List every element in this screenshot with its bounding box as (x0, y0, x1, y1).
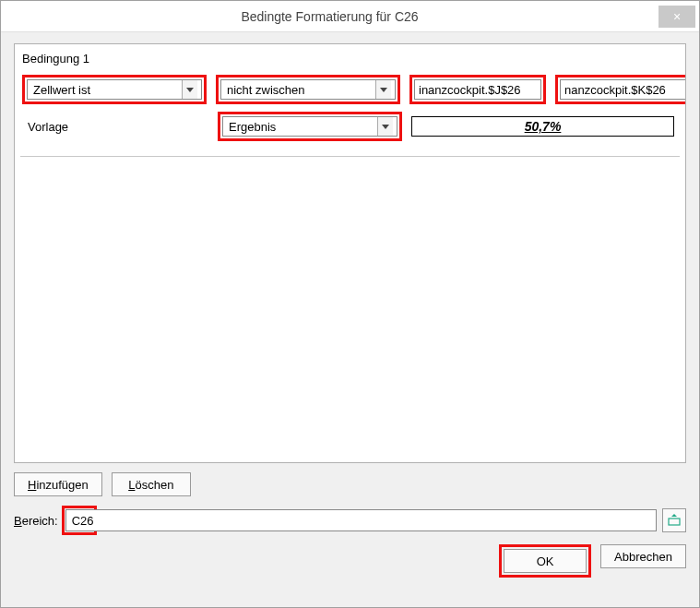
delete-label: öschen (135, 478, 173, 492)
condition-row-1: Zellwert ist nicht zwischen inanzcockpit… (20, 71, 680, 108)
ok-button[interactable]: OK (504, 549, 587, 573)
condition-ref2-input[interactable]: nanzcockpit.$K$26 (560, 79, 686, 100)
delete-button[interactable]: Löschen (112, 472, 191, 496)
condition-type-value: Zellwert ist (33, 83, 90, 97)
close-button[interactable]: × (658, 6, 695, 28)
footer-buttons: OK Abbrechen (14, 542, 686, 581)
preview-value: 50,7% (525, 119, 562, 134)
template-select[interactable]: Ergebnis (222, 116, 397, 137)
range-input-highlight[interactable]: C26 (65, 509, 93, 531)
template-label: Vorlage (22, 120, 208, 134)
condition-ref1-input[interactable]: inanzcockpit.$J$26 (414, 79, 541, 100)
add-button[interactable]: Hinzufügen (14, 472, 102, 496)
condition-row-2: Vorlage Ergebnis 50,7% (20, 108, 680, 145)
condition-ref2-value: nanzcockpit.$K$26 (564, 83, 666, 97)
condition-operator-select[interactable]: nicht zwischen (220, 79, 396, 100)
preview-box: 50,7% (411, 116, 674, 137)
range-input[interactable] (93, 509, 657, 531)
range-picker-button[interactable] (662, 508, 686, 532)
condition-operator-value: nicht zwischen (227, 83, 305, 97)
range-label: Bereich: (14, 514, 58, 528)
add-mnemonic: H (28, 478, 36, 492)
cancel-label: Abbrechen (614, 550, 672, 564)
dialog-title: Bedingte Formatierung für C26 (1, 9, 658, 24)
cancel-button[interactable]: Abbrechen (600, 544, 686, 568)
range-row: Bereich: C26 (14, 504, 686, 535)
range-label-rest: ereich: (22, 514, 58, 528)
chevron-down-icon (182, 80, 197, 99)
condition-divider (20, 156, 680, 157)
range-mnemonic: B (14, 514, 22, 528)
dialog: Bedingte Formatierung für C26 × Bedingun… (0, 0, 700, 608)
delete-mnemonic: L (128, 478, 135, 492)
panel-buttons: Hinzufügen Löschen (14, 471, 686, 496)
svg-rect-0 (669, 519, 680, 525)
condition-type-select[interactable]: Zellwert ist (27, 79, 202, 100)
titlebar: Bedingte Formatierung für C26 × (1, 1, 699, 32)
template-value: Ergebnis (229, 120, 276, 134)
shrink-icon (667, 513, 682, 528)
condition-ref1-value: inanzcockpit.$J$26 (419, 83, 521, 97)
content: Bedingung 1 Zellwert ist nicht zwischen (1, 32, 699, 607)
conditions-panel: Bedingung 1 Zellwert ist nicht zwischen (14, 43, 686, 463)
ok-label: OK (537, 554, 554, 568)
close-icon: × (673, 9, 681, 24)
chevron-down-icon (377, 117, 393, 136)
range-value: C26 (72, 514, 94, 528)
condition-heading: Bedingung 1 (20, 50, 680, 71)
add-label: inzufügen (36, 478, 88, 492)
chevron-down-icon (375, 80, 391, 99)
